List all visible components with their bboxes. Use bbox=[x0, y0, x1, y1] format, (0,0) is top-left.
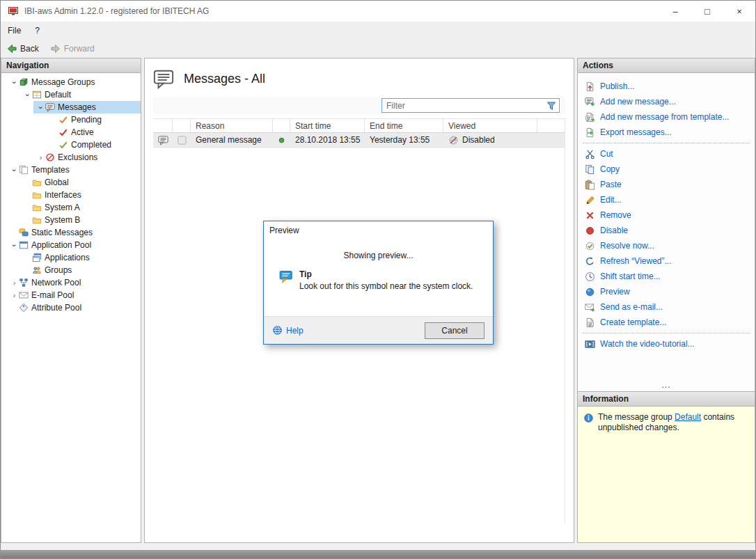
column-status-dot[interactable] bbox=[273, 119, 290, 132]
action-preview[interactable]: Preview bbox=[578, 284, 755, 299]
dialog-title: Preview bbox=[264, 221, 493, 235]
tree-item-attribute-pool[interactable]: Attribute Pool bbox=[1, 301, 141, 314]
navigation-header: Navigation bbox=[1, 58, 141, 73]
filter-input[interactable] bbox=[382, 101, 546, 111]
viewed-status-text: Disabled bbox=[462, 135, 495, 145]
tree-item-active[interactable]: Active bbox=[1, 126, 141, 139]
information-message: The message group Default contains unpub… bbox=[598, 412, 749, 433]
column-start-time[interactable]: Start time bbox=[290, 119, 365, 132]
column-state-icon[interactable] bbox=[173, 119, 191, 132]
tree-item-label: E-mail Pool bbox=[31, 290, 74, 300]
dialog-status-text: Showing preview... bbox=[264, 251, 493, 260]
tree-item-label: Network Pool bbox=[31, 278, 81, 288]
filter-funnel-icon[interactable] bbox=[546, 100, 557, 111]
forward-button[interactable]: Forward bbox=[45, 40, 100, 57]
action-publish[interactable]: Publish... bbox=[578, 79, 755, 94]
tree-item-message-groups[interactable]: › Message Groups bbox=[1, 76, 141, 88]
action-label: Cut bbox=[600, 149, 613, 159]
action-watch-video-tutorial[interactable]: Watch the video-tutorial... bbox=[578, 336, 755, 352]
tree-item-applications[interactable]: Applications bbox=[1, 251, 141, 264]
action-cut[interactable]: Cut bbox=[578, 146, 755, 162]
dialog-footer: Help Cancel bbox=[264, 316, 493, 344]
tip-title: Tip bbox=[299, 269, 473, 279]
tree-item-system-a[interactable]: System A bbox=[1, 201, 141, 214]
chevron-collapsed-icon[interactable]: › bbox=[10, 292, 19, 299]
column-reason[interactable]: Reason bbox=[191, 119, 273, 132]
message-bubble-icon bbox=[158, 135, 168, 145]
chevron-expanded-icon[interactable]: › bbox=[37, 103, 45, 112]
action-add-new-message-from-template[interactable]: Add new message from template... bbox=[578, 109, 755, 125]
menu-bar: File ? bbox=[1, 22, 755, 40]
help-globe-icon bbox=[272, 325, 283, 336]
tree-item-default[interactable]: › Default bbox=[1, 88, 141, 101]
action-label: Publish... bbox=[600, 81, 634, 91]
groups-icon bbox=[32, 265, 42, 275]
back-button[interactable]: Back bbox=[1, 40, 45, 57]
add-message-icon bbox=[585, 97, 595, 107]
tree-item-network-pool[interactable]: › Network Pool bbox=[1, 276, 141, 289]
tree-item-messages[interactable]: › Messages bbox=[1, 101, 141, 113]
tree-item-application-pool[interactable]: › Application Pool bbox=[1, 239, 141, 251]
chevron-collapsed-icon[interactable]: › bbox=[10, 279, 19, 287]
action-add-new-message[interactable]: Add new message... bbox=[578, 94, 755, 109]
column-end-time[interactable]: End time bbox=[365, 119, 443, 132]
chevron-collapsed-icon[interactable]: › bbox=[36, 154, 45, 162]
remove-icon bbox=[585, 210, 595, 221]
action-export-messages[interactable]: Export messages... bbox=[578, 125, 755, 140]
action-label: Refresh “Viewed”... bbox=[600, 256, 672, 266]
chevron-expanded-icon[interactable]: › bbox=[10, 241, 18, 250]
window-title: IBI-aws Admin 1.22.0 - registered for IB… bbox=[24, 6, 209, 16]
default-group-link[interactable]: Default bbox=[675, 412, 701, 422]
action-refresh-viewed[interactable]: Refresh “Viewed”... bbox=[578, 253, 755, 269]
action-paste[interactable]: Paste bbox=[578, 177, 755, 192]
info-text-before: The message group bbox=[598, 412, 675, 422]
tree-item-label: Groups bbox=[45, 265, 72, 275]
actions-overflow-indicator[interactable]: ... bbox=[578, 380, 755, 391]
table-row[interactable]: General message 28.10.2018 13:55 Yesterd… bbox=[153, 133, 565, 148]
close-button[interactable]: × bbox=[723, 1, 755, 22]
help-label: Help bbox=[286, 326, 304, 336]
cell-viewed: Disabled bbox=[443, 133, 537, 147]
action-remove[interactable]: Remove bbox=[578, 207, 755, 223]
tree-item-templates[interactable]: › Templates bbox=[1, 164, 141, 176]
help-link[interactable]: Help bbox=[272, 325, 304, 336]
menu-help[interactable]: ? bbox=[28, 22, 47, 40]
tree-item-email-pool[interactable]: › E-mail Pool bbox=[1, 289, 141, 301]
action-edit[interactable]: Edit... bbox=[578, 192, 755, 207]
tree-item-groups[interactable]: Groups bbox=[1, 264, 141, 276]
cancel-button[interactable]: Cancel bbox=[425, 322, 485, 339]
tip-icon bbox=[279, 269, 293, 283]
action-label: Watch the video-tutorial... bbox=[600, 339, 695, 349]
action-disable[interactable]: Disable bbox=[578, 223, 755, 238]
tree-item-exclusions[interactable]: › Exclusions bbox=[1, 151, 141, 164]
tree-item-system-b[interactable]: System B bbox=[1, 214, 141, 226]
chevron-expanded-icon[interactable]: › bbox=[10, 78, 18, 87]
tree-item-interfaces[interactable]: Interfaces bbox=[1, 189, 141, 201]
tree-item-label: Pending bbox=[71, 115, 102, 125]
chevron-expanded-icon[interactable]: › bbox=[10, 166, 18, 175]
action-label: Create template... bbox=[600, 317, 666, 327]
message-groups-icon bbox=[19, 77, 29, 87]
tree-item-label: Messages bbox=[58, 102, 96, 112]
action-label: Resolve now... bbox=[600, 241, 654, 251]
resolve-now-icon bbox=[585, 241, 595, 251]
action-shift-start-time[interactable]: Shift start time... bbox=[578, 269, 755, 284]
action-create-template[interactable]: Create template... bbox=[578, 315, 755, 330]
action-copy[interactable]: Copy bbox=[578, 162, 755, 177]
tree-item-pending[interactable]: Pending bbox=[1, 113, 141, 126]
title-bar[interactable]: IBI-aws Admin 1.22.0 - registered for IB… bbox=[1, 1, 755, 22]
menu-file[interactable]: File bbox=[1, 22, 28, 40]
tree-item-completed[interactable]: Completed bbox=[1, 139, 141, 151]
minimize-button[interactable]: – bbox=[659, 1, 691, 22]
tree-item-static-messages[interactable]: Static Messages bbox=[1, 226, 141, 239]
chevron-expanded-icon[interactable]: › bbox=[24, 90, 31, 100]
tree-item-global[interactable]: Global bbox=[1, 176, 141, 189]
tree-item-label: Static Messages bbox=[31, 228, 93, 237]
action-resolve-now[interactable]: Resolve now... bbox=[578, 238, 755, 253]
action-send-as-email[interactable]: Send as e-mail... bbox=[578, 299, 755, 315]
main-header: Messages - All bbox=[145, 58, 574, 92]
column-message-icon[interactable] bbox=[153, 119, 173, 132]
templates-icon bbox=[19, 165, 29, 175]
maximize-button[interactable]: □ bbox=[691, 1, 723, 22]
column-viewed[interactable]: Viewed bbox=[443, 119, 537, 132]
